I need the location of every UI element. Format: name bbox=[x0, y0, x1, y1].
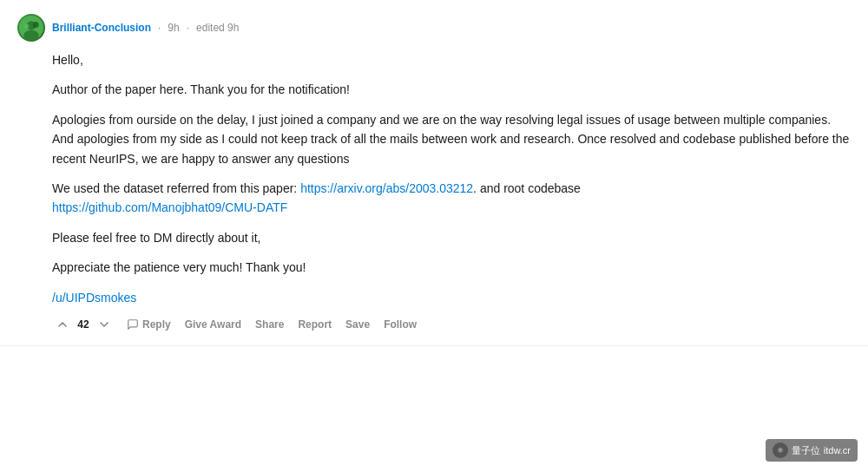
vote-count: 42 bbox=[76, 318, 90, 331]
reply-label: Reply bbox=[142, 318, 171, 331]
paragraph-3: Apologies from ourside on the delay, I j… bbox=[52, 110, 851, 168]
report-label: Report bbox=[298, 318, 332, 331]
github-link[interactable]: https://github.com/Manojbhat09/CMU-DATF bbox=[52, 200, 287, 214]
paragraph-5: Please feel free to DM directly about it… bbox=[52, 228, 851, 247]
meta-time: 9h bbox=[168, 22, 179, 34]
reply-button[interactable]: Reply bbox=[122, 315, 176, 334]
give-award-label: Give Award bbox=[185, 318, 241, 331]
comment-body: Hello, Author of the paper here. Thank y… bbox=[52, 50, 851, 307]
avatar bbox=[17, 14, 45, 42]
paragraph-4-suffix: . and root codebase bbox=[473, 181, 581, 195]
vote-group: 42 bbox=[52, 314, 115, 335]
user-profile-link[interactable]: /u/UIPDsmokes bbox=[52, 291, 136, 305]
paragraph-6: Appreciate the patience very much! Thank… bbox=[52, 258, 851, 277]
follow-label: Follow bbox=[384, 318, 417, 331]
comment: Brilliant-Conclusion · 9h · edited 9h He… bbox=[0, 0, 868, 346]
paragraph-user-link: /u/UIPDsmokes bbox=[52, 288, 851, 307]
meta-separator2: · bbox=[187, 22, 189, 34]
paragraph-4-prefix: We used the dataset referred from this p… bbox=[52, 181, 300, 195]
report-button[interactable]: Report bbox=[293, 315, 337, 334]
paragraph-2: Author of the paper here. Thank you for … bbox=[52, 80, 851, 99]
comment-actions: 42 Reply Give Award Share Report Save bbox=[52, 314, 851, 335]
share-button[interactable]: Share bbox=[250, 315, 289, 334]
save-label: Save bbox=[345, 318, 370, 331]
username[interactable]: Brilliant-Conclusion bbox=[52, 22, 151, 34]
comment-header: Brilliant-Conclusion · 9h · edited 9h bbox=[17, 14, 851, 42]
arxiv-link[interactable]: https://arxiv.org/abs/2003.03212 bbox=[300, 181, 473, 195]
downvote-button[interactable] bbox=[94, 314, 115, 335]
svg-point-3 bbox=[24, 24, 29, 29]
avatar-icon bbox=[17, 14, 45, 42]
meta-edited: edited 9h bbox=[196, 22, 239, 34]
meta-separator1: · bbox=[158, 22, 161, 34]
paragraph-1: Hello, bbox=[52, 50, 851, 69]
svg-point-4 bbox=[33, 22, 39, 28]
save-button[interactable]: Save bbox=[340, 315, 375, 334]
give-award-button[interactable]: Give Award bbox=[180, 315, 247, 334]
follow-button[interactable]: Follow bbox=[378, 315, 422, 334]
share-label: Share bbox=[255, 318, 284, 331]
reply-icon bbox=[127, 318, 139, 331]
upvote-button[interactable] bbox=[52, 314, 73, 335]
paragraph-4: We used the dataset referred from this p… bbox=[52, 179, 851, 218]
